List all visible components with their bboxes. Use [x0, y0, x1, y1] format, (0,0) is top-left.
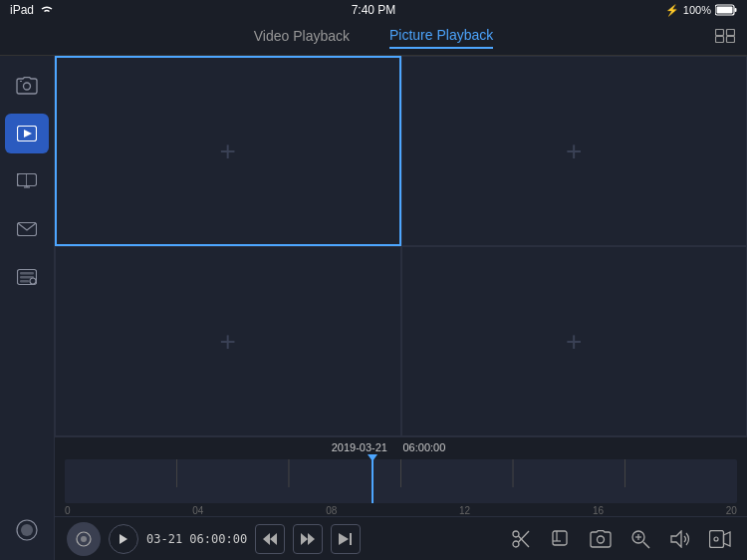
screen-layout-icon[interactable] — [715, 29, 735, 47]
battery-icon — [715, 4, 737, 16]
wifi-icon — [40, 5, 54, 15]
tab-picture-playback[interactable]: Picture Playback — [389, 27, 493, 49]
timeline-time-label: 06:00:00 — [403, 441, 446, 453]
zoom-icon — [630, 529, 650, 549]
svg-rect-6 — [727, 36, 735, 42]
fast-forward-button[interactable] — [293, 524, 323, 554]
skip-end-button[interactable] — [331, 524, 361, 554]
svg-marker-30 — [120, 534, 127, 544]
rewind-button[interactable] — [255, 524, 285, 554]
add-channel-icon-4: + — [566, 326, 582, 358]
svg-point-37 — [513, 531, 519, 537]
zoom-button[interactable] — [625, 524, 655, 554]
svg-point-44 — [598, 536, 605, 543]
video-grid: + + + + — [55, 56, 747, 436]
svg-line-46 — [643, 542, 649, 548]
svg-point-29 — [81, 536, 87, 542]
bluetooth-icon: ⚡ — [665, 4, 679, 17]
svg-marker-35 — [339, 533, 349, 545]
svg-marker-49 — [671, 531, 681, 547]
tag-icon — [551, 529, 571, 549]
battery-percent: 100% — [683, 4, 711, 16]
main-layout: + + + + 2019-03-21 06:00:00 — [0, 56, 747, 560]
snapshot-icon — [590, 530, 612, 548]
channel-indicator-button[interactable] — [67, 522, 101, 556]
add-channel-icon-1: + — [220, 136, 236, 167]
snapshot-button[interactable] — [586, 524, 616, 554]
sidebar-item-video-play[interactable] — [5, 114, 49, 153]
svg-rect-41 — [553, 531, 567, 545]
sidebar — [0, 56, 55, 560]
svg-marker-10 — [24, 130, 32, 138]
tick-marks-svg — [65, 459, 737, 487]
svg-marker-32 — [270, 533, 277, 545]
svg-rect-50 — [710, 530, 724, 547]
video-cell-3[interactable]: + — [55, 246, 401, 436]
video-cell-1[interactable]: + — [55, 56, 401, 246]
svg-marker-33 — [301, 533, 308, 545]
svg-rect-3 — [716, 29, 724, 35]
fast-forward-icon — [300, 532, 316, 546]
sidebar-item-camera[interactable] — [5, 66, 49, 106]
svg-rect-5 — [716, 36, 724, 42]
video-cell-2[interactable]: + — [401, 56, 748, 246]
indicator-icon — [76, 531, 92, 547]
rewind-icon — [262, 532, 278, 546]
svg-marker-51 — [724, 532, 731, 546]
skip-end-icon — [338, 532, 354, 546]
play-icon — [119, 533, 128, 545]
tag-button[interactable] — [546, 524, 576, 554]
tab-video-playback[interactable]: Video Playback — [254, 28, 350, 48]
video-settings-icon — [709, 530, 731, 548]
timeline-track[interactable] — [65, 459, 737, 503]
svg-point-20 — [30, 278, 36, 284]
sidebar-item-mail[interactable] — [5, 209, 49, 249]
svg-line-39 — [519, 536, 530, 547]
svg-point-22 — [21, 524, 33, 536]
sidebar-item-display[interactable] — [5, 161, 49, 201]
scissors-button[interactable] — [506, 524, 536, 554]
controls-bar: 03-21 06:00:00 — [55, 516, 747, 560]
svg-rect-17 — [20, 272, 34, 275]
playback-controls: 03-21 06:00:00 — [67, 522, 361, 556]
svg-line-40 — [519, 531, 530, 542]
add-channel-icon-3: + — [220, 326, 236, 358]
svg-rect-19 — [20, 280, 29, 283]
volume-icon — [670, 530, 690, 548]
svg-rect-1 — [735, 8, 737, 12]
svg-marker-31 — [263, 533, 270, 545]
tab-bar: Video Playback Picture Playback — [0, 20, 747, 56]
svg-rect-4 — [727, 29, 735, 35]
time-display-label: 03-21 06:00:00 — [146, 532, 247, 546]
play-button[interactable] — [109, 524, 138, 554]
video-settings-button[interactable] — [705, 524, 735, 554]
sidebar-item-settings[interactable] — [5, 257, 49, 297]
content-area: + + + + 2019-03-21 06:00:00 — [55, 56, 747, 560]
scissors-icon — [511, 529, 531, 549]
svg-rect-11 — [18, 174, 37, 186]
sidebar-item-record[interactable] — [5, 510, 49, 550]
video-cell-4[interactable]: + — [401, 246, 748, 436]
svg-marker-34 — [308, 533, 315, 545]
time-display: 7:40 PM — [352, 3, 396, 17]
action-controls — [506, 524, 735, 554]
carrier-label: iPad — [10, 3, 34, 17]
timeline-area: 2019-03-21 06:00:00 0 04 — [55, 436, 747, 516]
svg-rect-2 — [717, 7, 733, 14]
svg-rect-12 — [18, 174, 27, 186]
svg-point-52 — [714, 537, 718, 541]
status-bar: iPad 7:40 PM ⚡ 100% — [0, 0, 747, 20]
svg-point-38 — [513, 541, 519, 547]
svg-point-7 — [24, 83, 31, 90]
volume-button[interactable] — [665, 524, 695, 554]
tick-labels: 0 04 08 12 16 20 — [55, 505, 747, 516]
timeline-date-label: 2019-03-21 — [332, 441, 387, 453]
add-channel-icon-2: + — [566, 136, 582, 167]
